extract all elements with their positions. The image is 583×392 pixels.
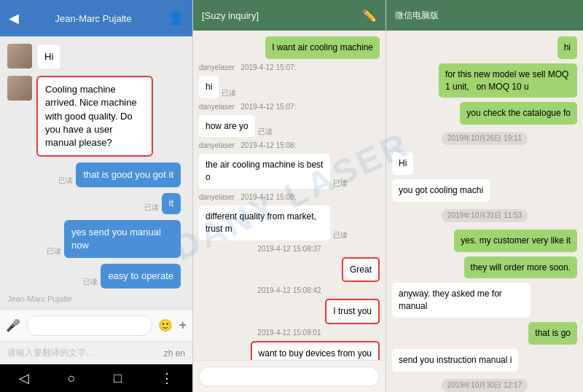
typing-indicator: Jean-Marc Pujalte bbox=[7, 294, 185, 303]
left-panel: ◀ Jean-Marc Pujalte 👤 Hi Cooling machine… bbox=[0, 0, 193, 392]
mid-chat-area: I want air cooling machine danyelaser 20… bbox=[193, 31, 386, 360]
read-label: 已读 bbox=[47, 246, 61, 256]
read-label: 已读 bbox=[83, 277, 98, 287]
right-msg-row: you got cooling machi bbox=[392, 179, 577, 202]
mid-msg-row: different quality from market, trust m 已… bbox=[199, 205, 380, 240]
avatar-image bbox=[7, 44, 32, 68]
android-nav: ◁ ○ □ ⋮ bbox=[0, 364, 192, 392]
home-nav-icon[interactable]: ○ bbox=[68, 371, 76, 386]
right-message-bubble: you check the catalogue fo bbox=[460, 102, 577, 125]
left-contact-name: Jean-Marc Pujalte bbox=[19, 13, 168, 24]
message-input[interactable] bbox=[26, 315, 152, 336]
mid-message-bubble-bordered: I trust you bbox=[325, 299, 380, 324]
right-msg-row: yes. my customer very like it bbox=[392, 230, 577, 252]
right-message-text: hi bbox=[564, 42, 571, 52]
mid-message-bubble-bordered: Great bbox=[342, 257, 380, 283]
right-message-bubble: Hi bbox=[392, 152, 413, 175]
right-msg-row: send you instruction manual i bbox=[392, 349, 577, 372]
right-message-bubble: that is go bbox=[528, 322, 577, 345]
message-text: easy to operate bbox=[108, 270, 173, 281]
msg-row-right: that is good you got it 已读 bbox=[7, 162, 185, 187]
mid-msg-row: I trust you bbox=[199, 299, 380, 324]
right-message-text: send you instruction manual i bbox=[399, 355, 512, 365]
right-msg-row: you check the catalogue fo bbox=[392, 102, 577, 125]
right-message-bubble: they will order more soon. bbox=[464, 256, 577, 279]
mic-icon[interactable]: 🎤 bbox=[6, 318, 20, 332]
right-message-bubble: yes. my customer very like it bbox=[454, 230, 577, 252]
mid-message-text: hi bbox=[206, 82, 212, 92]
message-bubble-blue: that is good you got it bbox=[76, 162, 181, 187]
back-icon[interactable]: ◀ bbox=[9, 10, 19, 26]
right-message-text: you got cooling machi bbox=[399, 185, 483, 195]
menu-nav-icon[interactable]: ⋮ bbox=[160, 370, 173, 386]
mid-message-text: different quality from market, trust m bbox=[206, 211, 316, 234]
right-message-bubble: anyway. they asked me for manual bbox=[392, 283, 531, 318]
msg-row-right: it 已读 bbox=[7, 193, 185, 213]
avatar-image bbox=[7, 76, 32, 101]
add-icon[interactable]: + bbox=[179, 318, 187, 333]
mid-message-bubble: I want air cooling machine bbox=[265, 36, 380, 59]
input-bar: 🎤 🙂 + bbox=[0, 309, 192, 341]
left-header: ◀ Jean-Marc Pujalte 👤 bbox=[0, 0, 192, 36]
lang-selector[interactable]: zh en bbox=[164, 348, 185, 358]
message-text: Cooling machine arrived. Nice machine wi… bbox=[45, 84, 137, 148]
right-msg-row: hi bbox=[392, 36, 577, 59]
message-bubble-bordered: Cooling machine arrived. Nice machine wi… bbox=[36, 76, 153, 157]
message-text: it bbox=[169, 197, 174, 208]
mid-message-text: want to buy devices from you bbox=[259, 348, 372, 358]
mid-message-bubble: the air cooling machine is best o bbox=[199, 154, 330, 189]
read-tag: 已读 bbox=[222, 88, 236, 98]
date-divider: 2019年10月31日 11:53 bbox=[442, 209, 528, 222]
message-bubble: Hi bbox=[36, 44, 61, 70]
msg-row-right: yes send you manual now 已读 bbox=[7, 220, 185, 258]
message-text: yes send you manual now bbox=[71, 227, 161, 251]
read-tag: 已读 bbox=[333, 230, 348, 240]
right-message-bubble: send you instruction manual i bbox=[392, 349, 518, 372]
left-chat-area: Hi Cooling machine arrived. Nice machine… bbox=[0, 36, 192, 309]
mid-meta: danyelaser 2019-4-12 15:08: bbox=[199, 193, 380, 201]
back-nav-icon[interactable]: ◁ bbox=[19, 370, 29, 386]
recents-nav-icon[interactable]: □ bbox=[114, 371, 122, 386]
right-msg-row: anyway. they asked me for manual bbox=[392, 283, 577, 318]
middle-panel: [Suzy inquiry] ✏️ I want air cooling mac… bbox=[193, 0, 386, 392]
right-header-label: 微信电脑版 bbox=[395, 9, 439, 22]
mid-msg-row: want to buy devices from you bbox=[199, 341, 380, 360]
date-divider: 2019年10月30日 12:17 bbox=[442, 379, 528, 392]
right-message-text: yes. my customer very like it bbox=[461, 235, 571, 246]
mid-message-input[interactable] bbox=[199, 366, 380, 387]
mid-date: 2019-4-12 15:08:37 bbox=[257, 245, 321, 253]
mid-input-area bbox=[193, 360, 386, 392]
right-message-bubble: hi bbox=[557, 36, 577, 59]
mid-message-text: I want air cooling machine bbox=[272, 42, 373, 52]
mid-msg-row: the air cooling machine is best o 已读 bbox=[199, 154, 380, 189]
edit-icon[interactable]: ✏️ bbox=[362, 9, 377, 23]
msg-row: Hi bbox=[7, 44, 185, 70]
right-message-text: you check the catalogue fo bbox=[466, 108, 571, 118]
read-label: 已读 bbox=[58, 176, 73, 186]
right-msg-row: that is go bbox=[392, 322, 577, 345]
translate-bar: 请输入要翻译的文字... zh en bbox=[0, 341, 192, 364]
mid-meta: danyelaser 2019-4-12 15:07: bbox=[199, 63, 380, 71]
message-bubble-blue: easy to operate bbox=[101, 264, 181, 289]
right-panel: 微信电脑版 hi for this new model we sell MOQ … bbox=[386, 0, 583, 392]
avatar bbox=[7, 44, 32, 68]
read-tag: 已读 bbox=[333, 179, 348, 189]
translate-placeholder: 请输入要翻译的文字... bbox=[7, 347, 93, 359]
message-bubble-blue: yes send you manual now bbox=[64, 220, 181, 258]
right-msg-row: they will order more soon. bbox=[392, 256, 577, 279]
person-icon[interactable]: 👤 bbox=[168, 10, 184, 26]
message-text: that is good you got it bbox=[83, 169, 173, 180]
right-header: 微信电脑版 bbox=[386, 0, 583, 31]
emoji-icon[interactable]: 🙂 bbox=[158, 318, 173, 332]
read-tag: 已读 bbox=[258, 127, 273, 137]
msg-row: Cooling machine arrived. Nice machine wi… bbox=[7, 76, 185, 157]
mid-msg-row: hi 已读 bbox=[199, 76, 380, 98]
mid-message-bubble-bordered: want to buy devices from you bbox=[251, 341, 380, 360]
right-message-bubble: you got cooling machi bbox=[392, 179, 490, 202]
mid-date: 2019-4-12 15:09:01 bbox=[257, 329, 321, 337]
mid-message-bubble: hi bbox=[199, 76, 219, 98]
mid-message-bubble: different quality from market, trust m bbox=[199, 205, 330, 240]
right-msg-row: Hi bbox=[392, 152, 577, 175]
mid-header: [Suzy inquiry] ✏️ bbox=[193, 0, 386, 31]
mid-header-title: [Suzy inquiry] bbox=[202, 10, 259, 21]
